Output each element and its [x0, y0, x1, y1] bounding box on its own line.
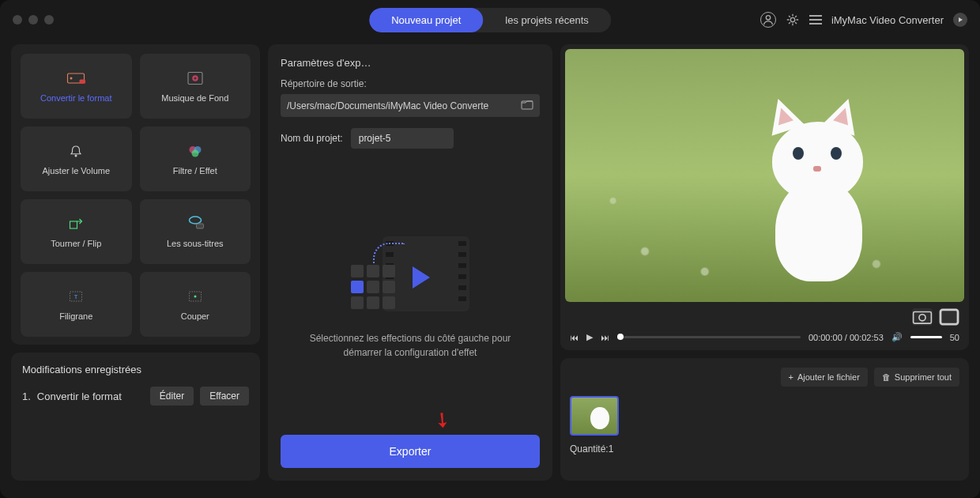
edit-button[interactable]: Éditer	[150, 387, 194, 406]
tool-subtitles[interactable]: Les sous-titres	[140, 199, 251, 264]
tool-crop[interactable]: Couper	[140, 272, 251, 337]
tool-filter-effect[interactable]: Filtre / Effet	[140, 126, 251, 191]
next-button[interactable]: ⏭	[601, 333, 609, 342]
tab-recent-projects[interactable]: les projets récents	[483, 8, 611, 32]
output-dir-field[interactable]: /Users/mac/Documents/iMyMac Video Conver…	[281, 94, 540, 117]
tool-rotate-flip[interactable]: Tourner / Flip	[21, 199, 132, 264]
mod-row: 1. Convertir le format Éditer Effacer	[22, 387, 249, 406]
export-button-label: Exporter	[390, 445, 432, 458]
tool-label: Couper	[181, 311, 209, 321]
file-gallery-panel: +Ajouter le fichier 🗑Supprimer tout Quan…	[560, 358, 969, 481]
settings-icon[interactable]	[786, 13, 800, 27]
file-thumbnail[interactable]	[570, 396, 619, 436]
rotate-icon	[64, 215, 88, 232]
menu-icon[interactable]	[809, 15, 822, 25]
remove-all-label: Supprimer tout	[895, 372, 952, 382]
tool-label: Tourner / Flip	[51, 239, 101, 248]
tool-label: Les sous-titres	[167, 239, 224, 248]
play-button[interactable]: ▶	[586, 332, 593, 342]
svg-point-17	[194, 296, 196, 298]
tab-new-project[interactable]: Nouveau projet	[369, 8, 483, 32]
modifications-panel: Modifications enregistrées 1. Convertir …	[11, 353, 260, 481]
project-name-label: Nom du projet:	[281, 133, 343, 144]
project-name-input[interactable]	[351, 128, 454, 149]
remove-all-button[interactable]: 🗑Supprimer tout	[874, 368, 959, 387]
film-grid-icon	[351, 236, 469, 315]
svg-point-20	[919, 315, 925, 321]
progress-bar[interactable]	[617, 336, 801, 338]
svg-rect-13	[196, 224, 203, 228]
left-column: Convertir le format Musique de Fond Ajus…	[11, 44, 260, 481]
add-file-label: Ajouter le fichier	[797, 372, 860, 382]
volume-level: 50	[950, 333, 959, 342]
video-preview-panel: ⏮ ▶ ⏭ 00:00:00 / 00:02:53 🔊 50	[560, 44, 969, 350]
video-preview[interactable]	[565, 49, 964, 302]
tool-label: Ajuster le Volume	[42, 166, 110, 175]
user-icon[interactable]	[760, 12, 776, 28]
mod-label: Convertir le format	[37, 390, 144, 402]
crop-icon	[183, 288, 207, 305]
header-right: iMyMac Video Converter	[760, 12, 967, 28]
top-tabs: Nouveau projet les projets récents	[369, 8, 611, 32]
bell-icon	[64, 142, 88, 160]
effect-placeholder: Sélectionnez les effections du côté gauc…	[281, 172, 540, 424]
quantity-label: Quantité:1	[570, 443, 959, 455]
tool-label: Filtre / Effet	[173, 166, 217, 175]
mod-number: 1.	[22, 390, 31, 402]
add-file-button[interactable]: +Ajouter le fichier	[781, 368, 868, 387]
tool-label: Convertir le format	[40, 93, 111, 103]
panel-heading: Paramètres d'exp…	[281, 57, 540, 69]
svg-rect-19	[914, 312, 932, 324]
music-icon	[183, 70, 207, 87]
main-area: Convertir le format Musique de Fond Ajus…	[0, 40, 980, 492]
svg-point-7	[194, 77, 196, 80]
svg-rect-21	[940, 310, 958, 324]
svg-point-1	[790, 17, 794, 21]
tool-label: Musique de Fond	[161, 93, 228, 103]
subtitle-icon	[183, 215, 207, 232]
app-window: Nouveau projet les projets récents iMyMa…	[0, 0, 980, 498]
trash-icon: 🗑	[882, 372, 891, 382]
output-dir-value: /Users/mac/Documents/iMyMac Video Conver…	[287, 100, 488, 111]
clear-button[interactable]: Effacer	[200, 387, 249, 406]
titlebar: Nouveau projet les projets récents iMyMa…	[0, 0, 980, 40]
window-controls[interactable]	[13, 15, 54, 25]
svg-rect-4	[80, 80, 86, 84]
right-column: ⏮ ▶ ⏭ 00:00:00 / 00:02:53 🔊 50 +Ajouter …	[560, 44, 969, 481]
svg-point-11	[191, 150, 198, 157]
effect-hint-text: Sélectionnez les effections du côté gauc…	[300, 331, 521, 360]
tool-watermark[interactable]: T Filigrane	[21, 272, 132, 337]
export-settings-panel: Paramètres d'exp… Répertoire de sortie: …	[268, 44, 552, 481]
play-badge-icon[interactable]	[953, 13, 967, 27]
tool-grid: Convertir le format Musique de Fond Ajus…	[11, 44, 260, 345]
filter-icon	[183, 142, 207, 160]
watermark-icon: T	[64, 288, 88, 305]
convert-icon	[64, 70, 88, 87]
svg-point-0	[766, 16, 770, 20]
svg-rect-12	[70, 221, 77, 228]
plus-icon: +	[789, 372, 793, 382]
snapshot-icon[interactable]	[912, 308, 933, 326]
volume-slider[interactable]	[910, 336, 942, 338]
volume-icon[interactable]: 🔊	[891, 332, 903, 342]
fullscreen-icon[interactable]	[939, 308, 959, 326]
playback-controls: ⏮ ▶ ⏭ 00:00:00 / 00:02:53 🔊 50	[565, 326, 964, 342]
prev-button[interactable]: ⏮	[570, 333, 579, 342]
tool-convert-format[interactable]: Convertir le format	[21, 54, 132, 119]
mods-title: Modifications enregistrées	[22, 364, 249, 375]
export-button[interactable]: Exporter ➘	[281, 435, 540, 468]
svg-point-3	[70, 77, 73, 80]
tool-label: Filigrane	[59, 311, 92, 321]
tool-background-music[interactable]: Musique de Fond	[140, 54, 251, 119]
tool-adjust-volume[interactable]: Ajuster le Volume	[21, 126, 132, 191]
app-title: iMyMac Video Converter	[831, 14, 944, 26]
browse-folder-icon[interactable]	[516, 99, 533, 112]
svg-text:T: T	[74, 293, 78, 300]
output-dir-label: Répertoire de sortie:	[281, 78, 540, 89]
time-display: 00:00:00 / 00:02:53	[808, 333, 884, 342]
svg-point-8	[75, 155, 77, 157]
video-content-kitten	[748, 100, 899, 274]
